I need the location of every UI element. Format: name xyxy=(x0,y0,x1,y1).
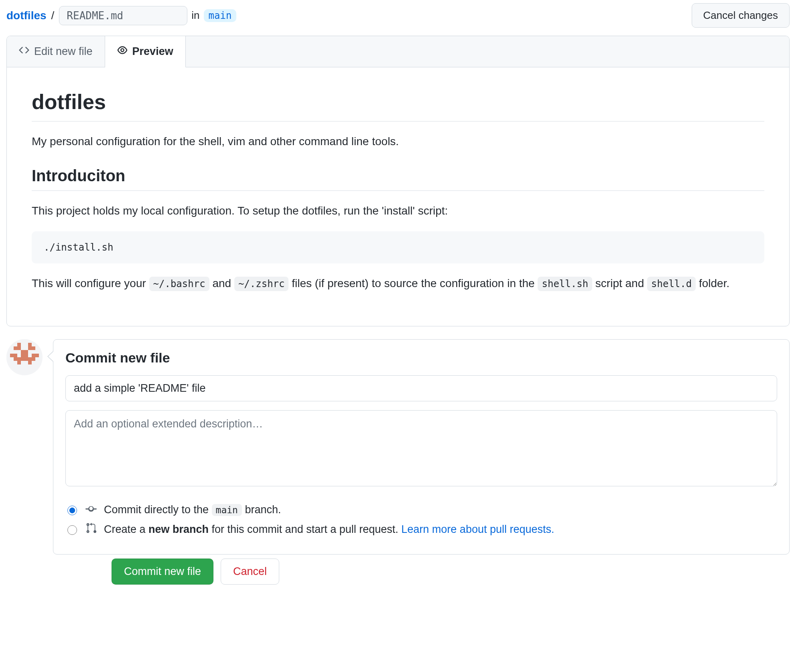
git-commit-icon xyxy=(85,503,97,517)
inline-code-shellsh: shell.sh xyxy=(538,277,592,291)
tab-edit[interactable]: Edit new file xyxy=(7,36,105,67)
branch-badge-inline: main xyxy=(212,504,242,516)
radio-new-branch-label: Create a new branch for this commit and … xyxy=(104,523,554,536)
learn-more-link[interactable]: Learn more about pull requests. xyxy=(401,523,554,535)
svg-rect-5 xyxy=(21,350,28,354)
svg-rect-11 xyxy=(28,361,32,364)
git-pull-request-icon xyxy=(85,522,97,536)
radio-create-branch-input[interactable] xyxy=(67,525,77,535)
svg-rect-8 xyxy=(32,354,39,357)
readme-p3-text: script and xyxy=(592,277,647,289)
repo-link[interactable]: dotfiles xyxy=(6,9,47,22)
in-label: in xyxy=(191,9,199,22)
readme-p3-text: This will configure your xyxy=(32,277,149,289)
readme-p3-text: folder. xyxy=(696,277,729,289)
commit-section: Commit new file Commit directly to the m… xyxy=(6,339,790,601)
preview-body: dotfiles My personal configuration for t… xyxy=(7,67,789,326)
readme-h1: dotfiles xyxy=(32,90,764,121)
commit-box: Commit new file Commit directly to the m… xyxy=(53,339,790,555)
commit-description-textarea[interactable] xyxy=(65,410,777,486)
radio-commit-direct-input[interactable] xyxy=(67,506,77,515)
code-icon xyxy=(19,45,29,58)
inline-code-shelld: shell.d xyxy=(647,277,696,291)
svg-rect-1 xyxy=(17,343,21,346)
breadcrumb: dotfiles / in main xyxy=(6,6,236,25)
readme-p3-text: files (if present) to source the configu… xyxy=(288,277,538,289)
readme-h2: Introduciton xyxy=(32,167,764,191)
svg-rect-6 xyxy=(10,354,17,357)
radio-commit-direct[interactable]: Commit directly to the main branch. xyxy=(65,503,777,517)
commit-heading: Commit new file xyxy=(65,350,777,366)
top-bar: dotfiles / in main Cancel changes xyxy=(6,0,790,36)
tab-preview-label: Preview xyxy=(132,45,173,58)
svg-rect-2 xyxy=(28,343,32,346)
editor-panel: Edit new file Preview dotfiles My person… xyxy=(6,36,790,326)
inline-code-zshrc: ~/.zshrc xyxy=(234,277,289,291)
cancel-button[interactable]: Cancel xyxy=(221,559,279,585)
tab-preview[interactable]: Preview xyxy=(105,36,186,67)
cancel-changes-button[interactable]: Cancel changes xyxy=(692,3,790,28)
branch-badge: main xyxy=(204,9,237,22)
tabs: Edit new file Preview xyxy=(7,36,789,67)
svg-rect-3 xyxy=(14,346,21,350)
inline-code-bashrc: ~/.bashrc xyxy=(149,277,209,291)
svg-rect-7 xyxy=(21,354,28,357)
commit-actions: Commit new file Cancel xyxy=(53,559,790,585)
readme-p1: My personal configuration for the shell,… xyxy=(32,133,764,151)
avatar xyxy=(6,339,43,375)
svg-rect-4 xyxy=(28,346,35,350)
tab-edit-label: Edit new file xyxy=(34,45,93,58)
radio-direct-label: Commit directly to the main branch. xyxy=(104,504,281,516)
eye-icon xyxy=(117,45,128,58)
readme-code-block: ./install.sh xyxy=(32,231,764,263)
commit-summary-input[interactable] xyxy=(65,375,777,401)
svg-rect-10 xyxy=(17,361,21,364)
readme-p3-text: and xyxy=(209,277,234,289)
breadcrumb-slash: / xyxy=(51,9,55,22)
commit-new-file-button[interactable]: Commit new file xyxy=(112,559,213,585)
filename-input[interactable] xyxy=(59,6,187,25)
readme-p2: This project holds my local configuratio… xyxy=(32,202,764,220)
readme-p3: This will configure your ~/.bashrc and ~… xyxy=(32,275,764,293)
svg-rect-9 xyxy=(14,357,35,361)
radio-create-branch[interactable]: Create a new branch for this commit and … xyxy=(65,522,777,536)
